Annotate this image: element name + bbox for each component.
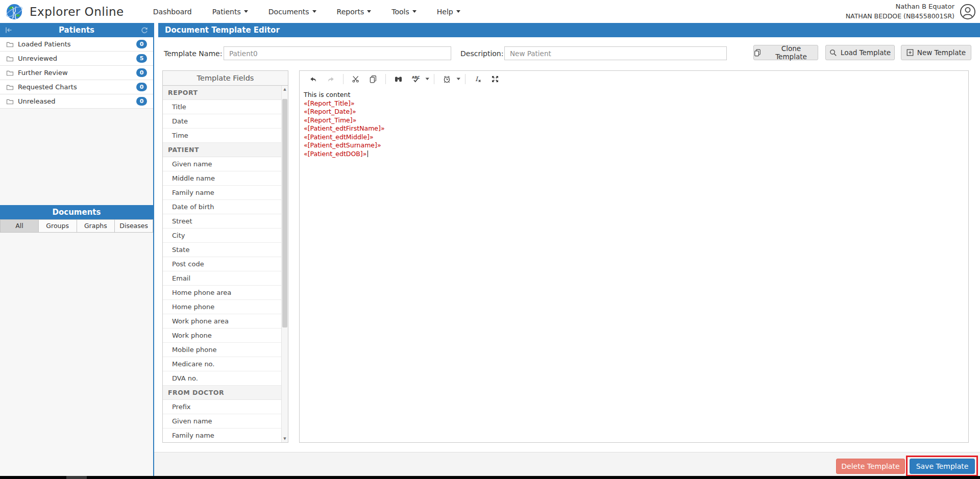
- count-badge: 0: [136, 40, 147, 48]
- field-item-middle-name[interactable]: Middle name: [163, 171, 281, 186]
- fields-scrollbar[interactable]: ▲ ▼: [281, 86, 288, 442]
- field-item-medicare-no[interactable]: Medicare no.: [163, 357, 281, 371]
- field-item-given-name[interactable]: Given name: [163, 414, 281, 428]
- template-fields-rows: REPORTTitleDateTimePATIENTGiven nameMidd…: [163, 86, 281, 443]
- sidebar-item-requested-charts[interactable]: Requested Charts0: [0, 80, 153, 94]
- field-item-date[interactable]: Date: [163, 114, 281, 129]
- collapse-sidebar-icon[interactable]: [5, 26, 13, 34]
- save-template-button[interactable]: Save Template: [910, 459, 975, 474]
- nav-item-reports[interactable]: Reports: [331, 8, 377, 16]
- chevron-down-icon: [367, 10, 371, 13]
- field-item-city[interactable]: City: [163, 229, 281, 243]
- template-name-input[interactable]: [224, 46, 451, 60]
- nav-item-dashboard[interactable]: Dashboard: [148, 8, 198, 16]
- toolbar-separator: [465, 74, 465, 84]
- spellcheck-icon[interactable]: ABC: [409, 72, 422, 86]
- merge-field-line: «[Report_Title]»: [304, 99, 968, 108]
- documents-panel-header: Documents: [0, 205, 153, 219]
- refresh-icon[interactable]: [140, 26, 149, 34]
- field-section-header: FROM DOCTOR: [163, 386, 281, 400]
- field-item-family-name[interactable]: Family name: [163, 186, 281, 200]
- description-input[interactable]: [504, 46, 727, 60]
- find-icon[interactable]: [391, 72, 405, 86]
- scroll-down-icon[interactable]: ▼: [282, 435, 288, 442]
- field-item-dva-no[interactable]: DVA no.: [163, 371, 281, 386]
- merge-field-token: «[Report_Time]»: [304, 116, 356, 124]
- field-item-state[interactable]: State: [163, 243, 281, 257]
- nav-item-documents[interactable]: Documents: [263, 8, 322, 16]
- count-badge: 5: [136, 54, 147, 63]
- template-name-label: Template Name:: [164, 47, 222, 60]
- bottom-screen-edge: [0, 476, 980, 479]
- nav-item-label: Help: [437, 8, 453, 16]
- user-info: Nathan B Equator NATHAN BEDDOE (NB455800…: [846, 2, 954, 21]
- panel-title-bar: Document Template Editor: [158, 23, 980, 37]
- clone-icon: [754, 49, 761, 57]
- field-item-date-of-birth[interactable]: Date of birth: [163, 200, 281, 214]
- tab-all[interactable]: All: [0, 219, 39, 233]
- toolbar-separator: [434, 74, 434, 84]
- merge-field-token: «[Patient_edtMiddle]»: [304, 133, 374, 141]
- field-item-home-phone-area[interactable]: Home phone area: [163, 286, 281, 300]
- load-template-button[interactable]: Load Template: [825, 45, 895, 60]
- undo-icon[interactable]: [307, 72, 320, 86]
- nav-item-label: Reports: [337, 8, 364, 16]
- user-account-id: NATHAN BEDDOE (NB4558001SR): [846, 12, 954, 21]
- sidebar-item-loaded-patients[interactable]: Loaded Patients0: [0, 37, 153, 52]
- patient-folder-list: Loaded Patients0Unreviewed5Further Revie…: [0, 37, 153, 109]
- field-item-work-phone[interactable]: Work phone: [163, 329, 281, 343]
- sidebar-item-unreleased[interactable]: Unreleased0: [0, 94, 153, 109]
- fullscreen-icon[interactable]: [488, 72, 502, 86]
- content-text-line: This is content: [304, 91, 968, 99]
- documents-panel: Documents AllGroupsGraphsDiseases: [0, 205, 153, 233]
- load-template-label: Load Template: [841, 48, 891, 57]
- field-item-time[interactable]: Time: [163, 129, 281, 143]
- bottom-screen-edge-segment: [66, 476, 87, 479]
- scrollbar-thumb[interactable]: [282, 99, 287, 327]
- cut-icon[interactable]: [349, 72, 362, 86]
- nav-menu: DashboardPatientsDocumentsReportsToolsHe…: [138, 8, 466, 16]
- template-fields-header: Template Fields: [162, 70, 288, 86]
- nav-item-tools[interactable]: Tools: [386, 8, 422, 16]
- tab-diseases[interactable]: Diseases: [115, 219, 153, 233]
- chevron-down-icon[interactable]: [455, 72, 461, 86]
- user-avatar-icon[interactable]: [960, 4, 976, 20]
- delete-template-button[interactable]: Delete Template: [836, 459, 905, 474]
- template-fields-list: REPORTTitleDateTimePATIENTGiven nameMidd…: [162, 85, 288, 443]
- user-display-name: Nathan B Equator: [846, 2, 954, 12]
- editor-content-area[interactable]: This is content «[Report_Title]»«[Report…: [299, 87, 969, 443]
- chevron-down-icon[interactable]: [424, 72, 430, 86]
- folder-icon: [6, 55, 14, 62]
- field-item-prefix[interactable]: Prefix: [163, 400, 281, 414]
- count-badge: 0: [136, 97, 147, 106]
- nav-item-patients[interactable]: Patients: [207, 8, 254, 16]
- field-item-street[interactable]: Street: [163, 214, 281, 229]
- sidebar-item-unreviewed[interactable]: Unreviewed5: [0, 52, 153, 66]
- field-item-given-name[interactable]: Given name: [163, 157, 281, 171]
- nav-item-label: Documents: [268, 8, 309, 16]
- sidebar-item-further-review[interactable]: Further Review0: [0, 66, 153, 80]
- tab-graphs[interactable]: Graphs: [77, 219, 115, 233]
- field-item-work-phone-area[interactable]: Work phone area: [163, 314, 281, 329]
- clear-format-icon[interactable]: I: [471, 72, 484, 86]
- field-item-home-phone[interactable]: Home phone: [163, 300, 281, 314]
- field-item-family-name[interactable]: Family name: [163, 428, 281, 443]
- toolbar-separator: [343, 74, 344, 84]
- app-logo-globe-icon: [5, 3, 23, 21]
- nav-item-help[interactable]: Help: [431, 8, 466, 16]
- field-item-title[interactable]: Title: [163, 100, 281, 114]
- scroll-up-icon[interactable]: ▲: [282, 86, 288, 93]
- documents-panel-title: Documents: [53, 208, 101, 217]
- merge-field-line: «[Patient_edtFirstName]»: [304, 124, 968, 133]
- folder-label: Further Review: [18, 69, 68, 77]
- template-fields-title: Template Fields: [197, 74, 254, 82]
- new-template-button[interactable]: New Template: [901, 45, 971, 60]
- field-item-email[interactable]: Email: [163, 271, 281, 286]
- tab-groups[interactable]: Groups: [39, 219, 77, 233]
- clock-icon[interactable]: [440, 72, 453, 86]
- redo-icon: [324, 72, 337, 86]
- field-item-mobile-phone[interactable]: Mobile phone: [163, 343, 281, 357]
- copy-icon[interactable]: [366, 72, 380, 86]
- clone-template-button[interactable]: Clone Template: [753, 45, 818, 60]
- field-item-post-code[interactable]: Post code: [163, 257, 281, 271]
